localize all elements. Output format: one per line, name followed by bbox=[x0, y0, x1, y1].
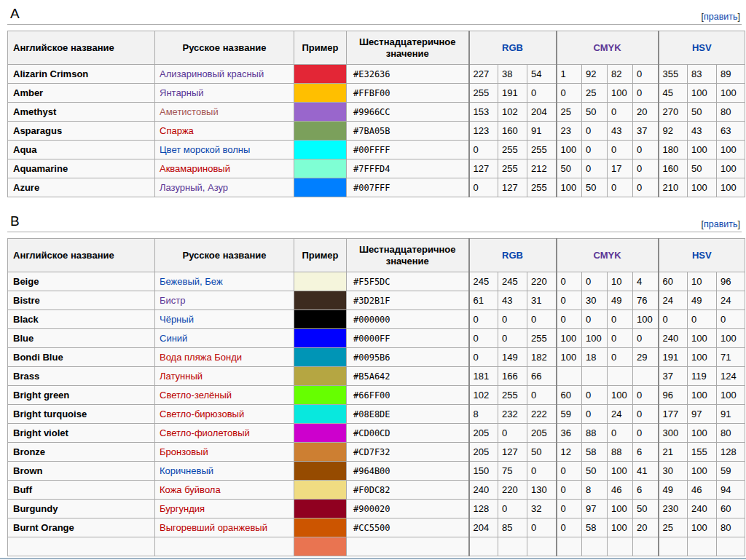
cmyk-k-value: 0 bbox=[633, 405, 659, 424]
col-cmyk: CMYK bbox=[557, 31, 659, 65]
cmyk-y-value: 0 bbox=[608, 348, 633, 367]
hsv-h-value: 191 bbox=[659, 348, 688, 367]
hsv-link[interactable]: HSV bbox=[692, 250, 712, 261]
english-name: Azure bbox=[8, 178, 155, 197]
russian-name-link[interactable]: Латунный bbox=[155, 367, 294, 386]
russian-name-link[interactable]: Бежевый, Беж bbox=[155, 272, 294, 291]
russian-name-link[interactable]: Светло-фиолетовый bbox=[155, 424, 294, 443]
english-name: Buff bbox=[8, 481, 155, 500]
rgb-b-value: 0 bbox=[527, 462, 557, 481]
english-name: Burnt Orange bbox=[8, 518, 155, 537]
cmyk-m-value: 0 bbox=[582, 141, 608, 159]
section-a-title: A bbox=[10, 5, 20, 23]
edit-link-a[interactable]: править bbox=[704, 12, 738, 22]
hex-value: #3D2B1F bbox=[347, 291, 469, 310]
rgb-g-value: 127 bbox=[498, 178, 527, 197]
hsv-v-value: 59 bbox=[717, 462, 745, 481]
cmyk-c-value: 0 bbox=[557, 84, 582, 103]
rgb-g-value: 166 bbox=[498, 367, 527, 386]
rgb-link[interactable]: RGB bbox=[502, 42, 523, 53]
russian-name-link[interactable]: Кожа буйвола bbox=[155, 481, 294, 500]
color-row: Bright violet Светло-фиолетовый #CD00CD … bbox=[8, 424, 745, 443]
russian-name-link[interactable]: Бронзовый bbox=[155, 443, 294, 462]
cmyk-m-value: 97 bbox=[582, 500, 608, 518]
cmyk-y-value: 10 bbox=[608, 272, 633, 291]
rgb-b-value: 32 bbox=[527, 500, 557, 518]
russian-name-link[interactable] bbox=[155, 537, 294, 556]
color-swatch bbox=[294, 500, 347, 518]
cmyk-c-value: 100 bbox=[557, 141, 582, 159]
hsv-h-value: 177 bbox=[659, 405, 688, 424]
hsv-s-value: 100 bbox=[688, 348, 717, 367]
russian-name-link[interactable]: Аметистовый bbox=[155, 103, 294, 122]
rgb-g-value: 255 bbox=[498, 386, 527, 405]
hsv-v-value bbox=[717, 537, 745, 556]
color-swatch bbox=[294, 159, 347, 178]
russian-name-link[interactable]: Светло-бирюзовый bbox=[155, 405, 294, 424]
col-hex-value: Шестнадцатеричное значение bbox=[347, 239, 469, 272]
hsv-v-value: 100 bbox=[717, 329, 745, 348]
rgb-b-value: 222 bbox=[527, 405, 557, 424]
hex-value: #66FF00 bbox=[347, 386, 469, 405]
russian-name-link[interactable]: Янтарный bbox=[155, 84, 294, 103]
cmyk-k-value: 0 bbox=[633, 178, 659, 197]
color-swatch bbox=[294, 386, 347, 405]
color-row: Alizarin Crimson Ализариновый красный #E… bbox=[8, 65, 745, 84]
cmyk-c-value: 0 bbox=[557, 310, 582, 329]
english-name: Asparagus bbox=[8, 122, 155, 141]
russian-name-link[interactable]: Коричневый bbox=[155, 462, 294, 481]
english-name: Bistre bbox=[8, 291, 155, 310]
russian-name-link[interactable]: Цвет морской волны bbox=[155, 141, 294, 159]
russian-name-link[interactable]: Лазурный, Азур bbox=[155, 178, 294, 197]
hsv-s-value: 83 bbox=[688, 65, 717, 84]
russian-name-link[interactable]: Ализариновый красный bbox=[155, 65, 294, 84]
hsv-h-value: 180 bbox=[659, 141, 688, 159]
bracket-close: ] bbox=[738, 219, 740, 229]
hex-value: #CD00CD bbox=[347, 424, 469, 443]
cmyk-c-value: 0 bbox=[557, 462, 582, 481]
russian-name-link[interactable]: Бистр bbox=[155, 291, 294, 310]
hsv-s-value: 0 bbox=[688, 310, 717, 329]
rgb-g-value: 255 bbox=[498, 141, 527, 159]
color-row: Blue Синий #0000FF 0 0 255 100 100 0 0 2… bbox=[8, 329, 745, 348]
hsv-s-value: 100 bbox=[688, 141, 717, 159]
cmyk-link[interactable]: CMYK bbox=[593, 250, 621, 261]
russian-name-link[interactable]: Синий bbox=[155, 329, 294, 348]
russian-name-link[interactable]: Аквамариновый bbox=[155, 159, 294, 178]
russian-name-link[interactable]: Выгоревший оранжевый bbox=[155, 518, 294, 537]
rgb-g-value: 0 bbox=[498, 310, 527, 329]
col-hsv: HSV bbox=[659, 239, 745, 272]
russian-name-link[interactable]: Чёрный bbox=[155, 310, 294, 329]
russian-name-link[interactable]: Вода пляжа Бонди bbox=[155, 348, 294, 367]
hsv-s-value: 43 bbox=[688, 122, 717, 141]
russian-name-link[interactable]: Светло-зелёный bbox=[155, 386, 294, 405]
cmyk-c-value: 12 bbox=[557, 443, 582, 462]
color-swatch bbox=[294, 291, 347, 310]
russian-name-link[interactable]: Бургундия bbox=[155, 500, 294, 518]
rgb-g-value: 0 bbox=[498, 500, 527, 518]
cmyk-y-value: 49 bbox=[608, 291, 633, 310]
color-row: Burnt Orange Выгоревший оранжевый #CC550… bbox=[8, 518, 745, 537]
cmyk-m-value: 0 bbox=[582, 272, 608, 291]
hsv-v-value: 100 bbox=[717, 141, 745, 159]
hsv-link[interactable]: HSV bbox=[692, 42, 712, 53]
cmyk-m-value: 8 bbox=[582, 481, 608, 500]
rgb-link[interactable]: RGB bbox=[502, 250, 523, 261]
edit-link-b[interactable]: править bbox=[704, 219, 738, 229]
color-row: Brown Коричневый #964B00 150 75 0 0 50 1… bbox=[8, 462, 745, 481]
rgb-b-value: 205 bbox=[527, 424, 557, 443]
col-sample: Пример bbox=[294, 239, 347, 272]
russian-name-link[interactable]: Спаржа bbox=[155, 122, 294, 141]
cmyk-c-value: 60 bbox=[557, 386, 582, 405]
hsv-v-value: 94 bbox=[717, 481, 745, 500]
color-row: Aqua Цвет морской волны #00FFFF 0 255 25… bbox=[8, 141, 745, 159]
cmyk-m-value: 50 bbox=[582, 462, 608, 481]
cmyk-m-value: 92 bbox=[582, 65, 608, 84]
cmyk-c-value: 0 bbox=[557, 291, 582, 310]
hsv-v-value: 89 bbox=[717, 65, 745, 84]
cmyk-link[interactable]: CMYK bbox=[593, 42, 621, 53]
hsv-v-value: 71 bbox=[717, 348, 745, 367]
cmyk-y-value: 82 bbox=[608, 65, 633, 84]
rgb-g-value: 160 bbox=[498, 122, 527, 141]
edit-section-b: [править] bbox=[701, 218, 740, 230]
